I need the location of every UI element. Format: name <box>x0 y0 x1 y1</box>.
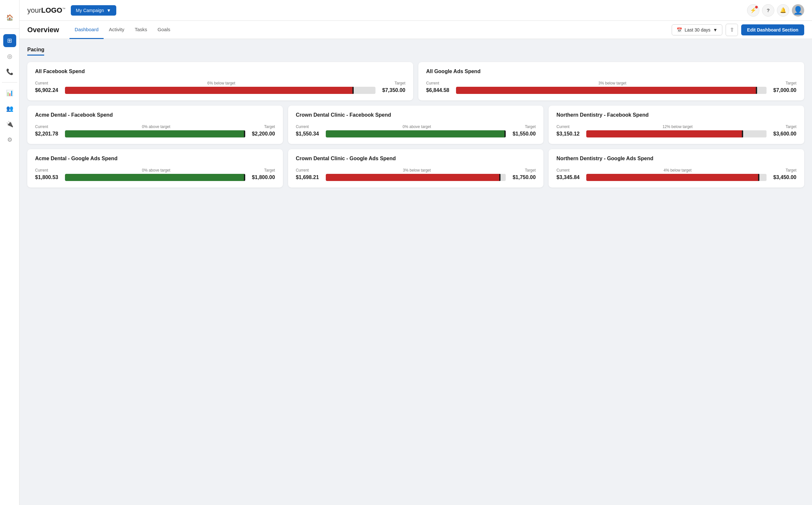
card-northern-google: Northern Dentistry - Google Ads Spend Cu… <box>549 149 804 187</box>
target-icon[interactable]: ◎ <box>3 50 16 63</box>
status-label-northern-g: 4% below target <box>663 168 692 173</box>
logo-text-strong: LOGO <box>41 6 62 14</box>
current-value-northern-fb: $3,150.12 <box>556 131 582 137</box>
logo-sup: ™ <box>62 7 66 10</box>
current-label-acme-fb: Current <box>35 125 48 129</box>
target-label-northern-fb: Target <box>786 125 796 129</box>
lightning-button[interactable]: ⚡ <box>747 4 759 17</box>
tab-dashboard[interactable]: Dashboard <box>69 21 103 39</box>
tab-goals[interactable]: Goals <box>152 21 176 39</box>
current-value-crown-fb: $1,550.34 <box>296 131 322 137</box>
pacing-labels-northern-g: Current 4% below target Target <box>556 168 796 173</box>
progress-marker-northern-fb <box>742 130 743 138</box>
progress-bar-crown-g <box>326 174 506 181</box>
pacing-values-google: $6,844.58 $7,000.00 <box>426 87 796 94</box>
logo: yourLOGO™ <box>27 6 66 15</box>
help-button[interactable]: ? <box>762 4 774 17</box>
pacing-values-facebook: $6,902.24 $7,350.00 <box>35 87 405 94</box>
bell-icon: 🔔 <box>780 7 786 13</box>
avatar[interactable]: 👤 <box>792 4 804 17</box>
progress-bar-northern-fb <box>586 130 767 138</box>
card-crown-facebook: Crown Dental Clinic - Facebook Spend Cur… <box>288 106 544 144</box>
progress-bar-google <box>456 87 767 94</box>
date-range-label: Last 30 days <box>685 27 710 32</box>
target-value-google: $7,000.00 <box>770 88 796 93</box>
progress-marker-facebook <box>352 87 354 94</box>
tab-activity[interactable]: Activity <box>103 21 129 39</box>
campaign-button[interactable]: My Campaign ▼ <box>71 5 116 16</box>
section-title: Pacing <box>27 47 44 55</box>
target-value-acme-fb: $2,200.00 <box>249 131 275 137</box>
question-icon: ? <box>767 7 770 13</box>
pacing-labels-crown-g: Current 3% below target Target <box>296 168 536 173</box>
target-label-crown-g: Target <box>525 168 536 173</box>
card-title-acme-g: Acme Dental - Google Ads Spend <box>35 156 275 162</box>
card-title-crown-fb: Crown Dental Clinic - Facebook Spend <box>296 112 536 118</box>
plugin-icon[interactable]: 🔌 <box>3 118 16 131</box>
pacing-values-northern-g: $3,345.84 $3,450.00 <box>556 174 796 181</box>
progress-fill-google <box>456 87 757 94</box>
users-icon[interactable]: 👥 <box>3 102 16 115</box>
card-acme-facebook: Acme Dental - Facebook Spend Current 0% … <box>27 106 283 144</box>
tab-tasks[interactable]: Tasks <box>129 21 152 39</box>
target-value-northern-fb: $3,600.00 <box>770 131 796 137</box>
content-area: Pacing All Facebook Spend Current 6% bel… <box>19 39 812 505</box>
target-value-crown-g: $1,750.00 <box>510 174 536 180</box>
share-button[interactable]: ⇧ <box>726 24 738 36</box>
current-value-acme-fb: $2,201.78 <box>35 131 61 137</box>
large-cards-row: All Facebook Spend Current 6% below targ… <box>27 62 804 101</box>
pacing-values-crown-fb: $1,550.34 $1,550.00 <box>296 130 536 138</box>
pacing-labels-acme-fb: Current 0% above target Target <box>35 125 275 129</box>
progress-bar-acme-g <box>65 174 245 181</box>
current-value-crown-g: $1,698.21 <box>296 174 322 180</box>
progress-bar-northern-g <box>586 174 767 181</box>
card-acme-google: Acme Dental - Google Ads Spend Current 0… <box>27 149 283 187</box>
current-value-acme-g: $1,800.53 <box>35 174 61 180</box>
status-label-google: 3% below target <box>598 81 626 86</box>
bell-button[interactable]: 🔔 <box>777 4 789 17</box>
main-wrapper: yourLOGO™ My Campaign ▼ ⚡ ? 🔔 👤 <box>19 0 812 505</box>
pacing-labels-acme-g: Current 0% above target Target <box>35 168 275 173</box>
target-value-northern-g: $3,450.00 <box>770 174 796 180</box>
target-label-facebook: Target <box>394 81 405 86</box>
edit-dashboard-button[interactable]: Edit Dashboard Section <box>741 24 804 35</box>
current-label-crown-fb: Current <box>296 125 309 129</box>
pacing-labels-northern-fb: Current 12% below target Target <box>556 125 796 129</box>
home-icon-container[interactable]: 🏠 <box>0 6 19 29</box>
target-value-crown-fb: $1,550.00 <box>510 131 536 137</box>
progress-marker-acme-fb <box>244 130 245 138</box>
card-northern-facebook: Northern Dentistry - Facebook Spend Curr… <box>549 106 804 144</box>
sub-header: Overview Dashboard Activity Tasks Goals … <box>19 21 812 39</box>
progress-fill-northern-fb <box>586 130 743 138</box>
current-label-facebook: Current <box>35 81 48 86</box>
status-label-acme-g: 0% above target <box>142 168 170 173</box>
progress-marker-acme-g <box>244 174 245 181</box>
header-left: yourLOGO™ My Campaign ▼ <box>27 5 116 16</box>
notification-dot <box>755 6 758 8</box>
home-icon[interactable]: 🏠 <box>3 11 16 24</box>
report-icon[interactable]: 📊 <box>3 87 16 100</box>
date-range-button[interactable]: 📅 Last 30 days ▼ <box>672 24 722 35</box>
target-label-acme-fb: Target <box>264 125 275 129</box>
settings-icon[interactable]: ⚙ <box>3 133 16 146</box>
card-all-facebook: All Facebook Spend Current 6% below targ… <box>27 62 413 101</box>
card-title-acme-fb: Acme Dental - Facebook Spend <box>35 112 275 118</box>
status-label-crown-g: 3% below target <box>403 168 431 173</box>
grid-icon[interactable]: ⊞ <box>3 34 16 47</box>
card-title-northern-fb: Northern Dentistry - Facebook Spend <box>556 112 796 118</box>
avatar-image: 👤 <box>793 6 803 15</box>
card-all-google: All Google Ads Spend Current 3% below ta… <box>418 62 804 101</box>
progress-bar-crown-fb <box>326 130 506 138</box>
target-label-google: Target <box>786 81 796 86</box>
sub-header-right: 📅 Last 30 days ▼ ⇧ Edit Dashboard Sectio… <box>672 24 804 36</box>
current-value-northern-g: $3,345.84 <box>556 174 582 180</box>
status-label-crown-fb: 0% above target <box>403 125 431 129</box>
current-label-northern-fb: Current <box>556 125 569 129</box>
campaign-dropdown-icon: ▼ <box>106 8 111 13</box>
header-right: ⚡ ? 🔔 👤 <box>747 4 804 17</box>
small-cards-row-2: Acme Dental - Google Ads Spend Current 0… <box>27 149 804 187</box>
icon-bar: 🏠 ⊞ ◎ 📞 📊 👥 🔌 ⚙ <box>0 0 19 505</box>
status-label-acme-fb: 0% above target <box>142 125 170 129</box>
pacing-section: Pacing All Facebook Spend Current 6% bel… <box>27 47 804 187</box>
phone-icon[interactable]: 📞 <box>3 65 16 78</box>
